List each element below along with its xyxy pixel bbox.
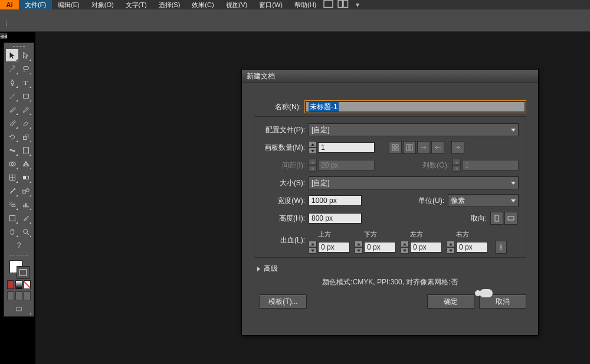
fill-stroke-swatch[interactable] <box>6 259 32 278</box>
tool-free-transform[interactable] <box>19 144 32 156</box>
drawmode-inside[interactable] <box>24 291 31 300</box>
tool-width[interactable] <box>6 144 18 156</box>
artboards-stepper[interactable] <box>309 141 317 154</box>
grid-by-row-icon[interactable] <box>389 141 402 154</box>
menu-edit[interactable]: 编辑(E) <box>52 0 86 9</box>
tool-zoom[interactable] <box>19 225 32 238</box>
chevron-right-icon <box>257 267 260 271</box>
bleed-label: 出血(L): <box>261 235 309 247</box>
bleed-right-field[interactable] <box>456 242 488 252</box>
tool-paintbrush[interactable] <box>6 103 18 116</box>
bleed-bottom-field[interactable] <box>364 242 396 252</box>
control-bar-grip[interactable] <box>2 21 6 28</box>
tool-lasso[interactable] <box>19 63 32 75</box>
row-rtl-icon[interactable] <box>431 141 444 154</box>
tool-slice[interactable] <box>19 212 32 224</box>
units-select[interactable]: 像素 <box>448 194 519 207</box>
columns-stepper <box>453 159 461 172</box>
bleed-bottom-stepper[interactable] <box>355 241 363 254</box>
toolbox-handle[interactable] <box>6 45 32 47</box>
screen-mode[interactable] <box>6 303 32 315</box>
svg-rect-8 <box>25 134 28 137</box>
tool-selection[interactable] <box>6 49 18 61</box>
menu-help[interactable]: 帮助(H) <box>289 0 322 9</box>
swatch-none[interactable] <box>24 280 31 289</box>
tool-magic-wand[interactable] <box>6 63 18 75</box>
row-ltr-icon[interactable] <box>417 141 430 154</box>
svg-rect-29 <box>392 145 395 147</box>
tool-mesh[interactable] <box>6 171 18 183</box>
menu-object[interactable]: 对象(O) <box>86 0 120 9</box>
height-field[interactable] <box>309 213 362 224</box>
tool-help[interactable]: ? <box>6 239 32 251</box>
app-logo: Ai <box>0 0 19 9</box>
orientation-landscape-icon[interactable] <box>504 212 517 225</box>
tool-direct-selection[interactable] <box>19 49 32 61</box>
bleed-left-stepper[interactable] <box>401 241 409 254</box>
menu-select[interactable]: 选择(S) <box>153 0 186 9</box>
stroke-color[interactable] <box>17 266 30 279</box>
panels-collapse[interactable]: ◀◀ <box>0 33 7 39</box>
menu-view[interactable]: 视图(V) <box>220 0 254 9</box>
tool-rectangle[interactable] <box>19 90 32 102</box>
ok-button[interactable]: 确定 <box>427 294 474 309</box>
arrange-custom-icon[interactable] <box>451 141 464 154</box>
dialog-title[interactable]: 新建文档 <box>242 70 538 83</box>
tool-pencil[interactable] <box>19 103 32 116</box>
bleed-top-stepper[interactable] <box>309 241 317 254</box>
tool-hand[interactable] <box>6 225 18 238</box>
tool-scale[interactable] <box>19 130 32 143</box>
columns-label: 列数(O): <box>414 160 453 170</box>
name-field-wrap: 未标题-1 <box>304 100 526 113</box>
menubar-search-icon[interactable] <box>322 0 336 9</box>
tool-shape-builder[interactable] <box>6 158 18 170</box>
menu-effect[interactable]: 效果(C) <box>186 0 219 9</box>
bleed-top-label: 上方 <box>318 230 331 239</box>
drawmode-normal[interactable] <box>7 291 14 300</box>
tool-line[interactable] <box>6 90 18 102</box>
tool-blob-brush[interactable] <box>6 117 18 129</box>
tool-eyedropper[interactable] <box>6 185 18 197</box>
tool-artboard[interactable] <box>6 212 18 224</box>
tool-symbol-sprayer[interactable] <box>6 198 18 211</box>
menu-window[interactable]: 窗口(W) <box>253 0 289 9</box>
swatch-gradient[interactable] <box>15 280 22 289</box>
svg-rect-18 <box>23 176 25 179</box>
tool-gradient[interactable] <box>19 171 32 183</box>
menu-type[interactable]: 文字(T) <box>120 0 153 9</box>
artboards-field[interactable] <box>318 142 375 153</box>
tool-pen[interactable] <box>6 76 18 88</box>
svg-rect-7 <box>23 136 26 139</box>
menu-file[interactable]: 文件(F) <box>19 0 52 9</box>
menubar-arrange-icon[interactable] <box>336 0 350 9</box>
svg-rect-22 <box>23 205 24 207</box>
cancel-button[interactable]: 取消 <box>479 294 526 309</box>
size-select[interactable]: [自定] <box>309 176 519 189</box>
advanced-disclosure[interactable]: 高级 <box>257 264 526 274</box>
bleed-link-icon[interactable] <box>495 241 507 254</box>
menubar-dropdown-icon[interactable]: ▾ <box>350 0 365 9</box>
bleed-left-field[interactable] <box>410 242 442 252</box>
templates-button[interactable]: 模板(T)... <box>260 294 307 309</box>
tool-blend[interactable] <box>19 185 32 197</box>
svg-rect-35 <box>495 215 499 221</box>
tool-rotate[interactable] <box>6 130 18 143</box>
swatch-color[interactable] <box>7 280 14 289</box>
tool-perspective-grid[interactable] <box>19 158 32 170</box>
width-field[interactable] <box>309 195 362 206</box>
grid-by-col-icon[interactable] <box>403 141 416 154</box>
profile-select[interactable]: [自定] <box>309 123 519 136</box>
name-field[interactable]: 未标题-1 <box>306 101 525 112</box>
drawmode-behind[interactable] <box>15 291 22 300</box>
svg-rect-34 <box>410 145 412 150</box>
orientation-portrait-icon[interactable] <box>490 212 503 225</box>
name-label: 名称(N): <box>254 102 304 112</box>
bleed-right-stepper[interactable] <box>447 241 455 254</box>
svg-rect-28 <box>16 307 21 311</box>
tool-column-graph[interactable] <box>19 198 32 211</box>
tool-eraser[interactable] <box>19 117 32 129</box>
control-bar <box>0 9 590 32</box>
bleed-top-field[interactable] <box>318 242 350 252</box>
tool-type[interactable]: T <box>19 76 32 88</box>
toolbox-tearoff[interactable] <box>6 252 32 257</box>
